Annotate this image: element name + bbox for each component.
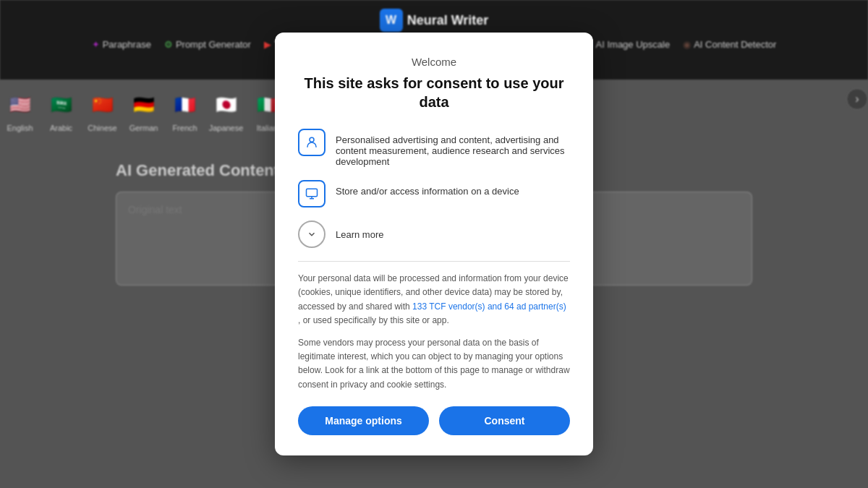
consent-store-text: Store and/or access information on a dev… [336,180,519,197]
consent-button[interactable]: Consent [439,406,570,435]
modal-welcome: Welcome [298,56,570,68]
vendor-link[interactable]: 133 TCF vendor(s) and 64 ad partner(s) [412,301,566,312]
modal-body-2: Some vendors may process your personal d… [298,336,570,392]
modal-title: This site asks for consent to use your d… [298,74,570,111]
manage-options-button[interactable]: Manage options [298,406,429,435]
person-icon [298,129,326,156]
learn-more-row[interactable]: Learn more [298,221,570,248]
modal-body-1: Your personal data will be processed and… [298,272,570,328]
learn-more-text[interactable]: Learn more [336,229,383,240]
consent-modal: Welcome This site asks for consent to us… [275,33,593,455]
learn-more-chevron[interactable] [298,221,326,248]
modal-actions: Manage options Consent [298,406,570,435]
modal-divider [298,261,570,262]
modal-backdrop: Welcome This site asks for consent to us… [0,0,868,488]
consent-advertising-text: Personalised advertising and content, ad… [336,129,570,167]
svg-point-0 [310,138,314,142]
device-icon [298,180,326,207]
svg-rect-1 [307,189,318,197]
consent-item-store: Store and/or access information on a dev… [298,180,570,207]
consent-item-advertising: Personalised advertising and content, ad… [298,129,570,167]
